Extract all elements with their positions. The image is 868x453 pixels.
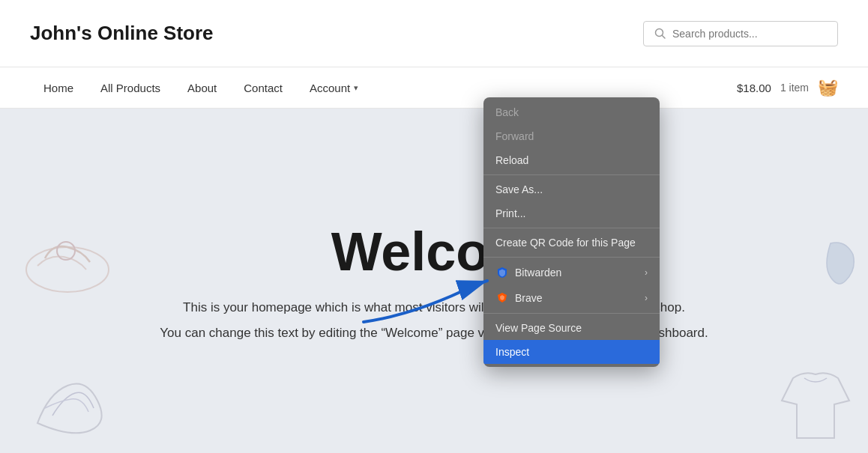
cart-area: $18.00 1 item 🧺 xyxy=(737,78,838,97)
deco-bottom-left-icon xyxy=(22,356,127,438)
search-input[interactable] xyxy=(672,28,827,40)
nav-item-about[interactable]: About xyxy=(174,67,230,109)
ctx-menu-item-print[interactable]: Print... xyxy=(483,201,660,225)
account-chevron-icon: ▾ xyxy=(354,83,358,93)
ctx-separator-2 xyxy=(483,228,660,228)
nav-item-all-products[interactable]: All Products xyxy=(87,67,174,109)
search-icon xyxy=(654,28,666,40)
nav-item-contact[interactable]: Contact xyxy=(230,67,296,109)
basket-icon[interactable]: 🧺 xyxy=(818,78,838,97)
search-bar[interactable] xyxy=(643,21,838,46)
svg-point-2 xyxy=(26,247,109,292)
bitwarden-submenu-arrow: › xyxy=(645,267,648,278)
ctx-menu-item-back[interactable]: Back xyxy=(483,100,660,124)
ctx-menu-item-reload[interactable]: Reload xyxy=(483,148,660,172)
cart-price: $18.00 xyxy=(737,82,771,94)
ctx-menu-item-save-as[interactable]: Save As... xyxy=(483,177,660,201)
nav-item-account[interactable]: Account ▾ xyxy=(296,67,372,109)
arrow-pointer-icon xyxy=(356,270,521,329)
ctx-menu-item-qr-code[interactable]: Create QR Code for this Page xyxy=(483,231,660,255)
ctx-separator-3 xyxy=(483,257,660,258)
cart-item-count: 1 item xyxy=(780,82,809,94)
nav-item-home[interactable]: Home xyxy=(30,67,87,109)
deco-top-right-icon xyxy=(823,236,861,296)
ctx-menu-item-inspect[interactable]: Inspect xyxy=(483,340,660,364)
main-nav: Home All Products About Contact Account … xyxy=(0,67,868,109)
deco-bottom-right-icon xyxy=(778,363,853,446)
ctx-separator-1 xyxy=(483,174,660,175)
site-title: John's Online Store xyxy=(30,22,214,45)
site-header: John's Online Store xyxy=(0,0,868,67)
ctx-menu-item-forward[interactable]: Forward xyxy=(483,124,660,148)
brave-submenu-arrow: › xyxy=(645,293,648,303)
nav-links: Home All Products About Contact Account … xyxy=(30,67,372,109)
deco-top-left-icon xyxy=(7,228,127,296)
svg-line-1 xyxy=(663,35,666,38)
